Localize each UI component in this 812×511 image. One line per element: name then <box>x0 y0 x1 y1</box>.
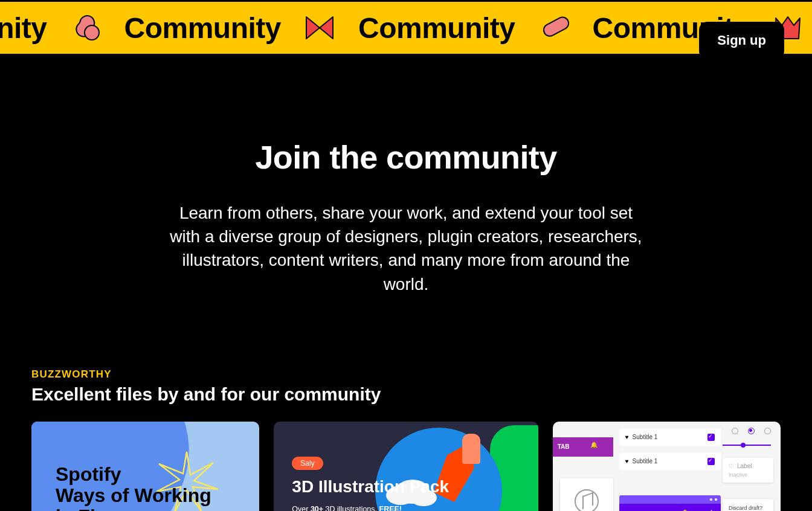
sign-up-button[interactable]: Sign up <box>699 22 784 59</box>
baseline-appbar: ≡ Baseline 🔔 ⪪ ⋮ <box>619 495 721 511</box>
card-spotify[interactable]: Spotify Ways of Working in Figma <box>31 422 259 511</box>
list-item: ♥ Subtitle 1 <box>619 429 721 446</box>
section-title: Excellent files by and for our community <box>31 384 781 405</box>
hero-heading: Join the community <box>0 138 812 176</box>
list-item: ♥ Subtitle 1 <box>619 453 721 470</box>
buzzworthy-section: BUZZWORTHY Excellent files by and for ou… <box>0 368 812 511</box>
card-material-design[interactable]: TAB 🔔 ♥ Subtitle 1 ♥ Subtitle 1 Headline… <box>553 422 781 511</box>
svg-point-0 <box>85 25 99 40</box>
card-title-line: Ways of Working <box>56 484 211 506</box>
radio-icon <box>732 428 738 434</box>
heart-icon: ♥ <box>625 458 629 464</box>
pill-icon <box>537 11 571 45</box>
section-eyebrow: BUZZWORTHY <box>31 368 781 381</box>
community-marquee: Community Community Community Community … <box>0 2 812 54</box>
saly-pill: Saly <box>292 457 323 470</box>
marquee-word: Community <box>358 11 515 45</box>
hero-subheading: Learn from others, share your work, and … <box>164 201 648 296</box>
card-saly-title: 3D Illustration Pack <box>292 477 520 497</box>
card-spotify-title: Spotify Ways of Working in Figma <box>56 464 211 511</box>
marquee-word: Community <box>0 11 47 45</box>
radio-icon <box>764 428 771 434</box>
blue-circle-shape <box>375 428 502 511</box>
person-icon <box>462 434 480 464</box>
heart-outline-icon: ♡ <box>729 463 734 469</box>
radio-selected-icon <box>748 428 755 434</box>
marquee-word: Community <box>124 11 282 45</box>
heart-icon: ♥ <box>625 434 629 440</box>
dialog-text: Discard draft? <box>729 505 767 511</box>
appbar-dots <box>619 495 721 504</box>
material-card: Headline 6 Body 2 <box>560 478 613 511</box>
hero-section: Join the community Learn from others, sh… <box>0 54 812 368</box>
material-logo-icon <box>575 489 599 511</box>
text-field: ♡Label Inactive <box>723 458 773 483</box>
dialog: Discard draft? BUTTON <box>723 499 773 511</box>
svg-rect-1 <box>541 15 570 38</box>
card-title-line: Spotify <box>56 463 121 485</box>
marquee-track: Community Community Community Community … <box>0 11 812 45</box>
material-tab: TAB <box>553 437 613 457</box>
card-grid: Spotify Ways of Working in Figma Saly 3D… <box>31 422 781 511</box>
bell-icon: 🔔 <box>590 442 598 448</box>
card-title-line: in Figma <box>56 506 135 511</box>
checkbox-icon <box>707 434 715 441</box>
card-3d-illustration[interactable]: Saly 3D Illustration Pack Over 30+ 3D il… <box>274 422 538 511</box>
slider-icon <box>723 445 771 446</box>
checkbox-icon <box>707 458 715 465</box>
radio-group <box>732 428 771 434</box>
card-saly-subtitle: Over 30+ 3D illustrations, FREE! <box>292 505 520 511</box>
peanut-icon <box>69 11 103 45</box>
bowtie-icon <box>303 11 337 45</box>
